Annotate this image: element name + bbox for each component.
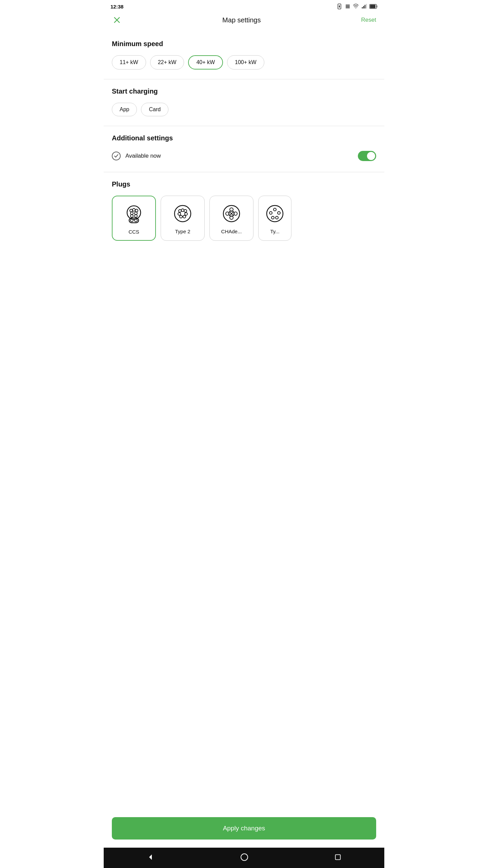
ccs-icon — [123, 203, 145, 225]
svg-point-25 — [179, 210, 181, 212]
type-partial-icon — [264, 203, 286, 224]
start-charging-title: Start charging — [112, 87, 376, 95]
plug-type-partial[interactable]: Ty... — [258, 196, 291, 241]
storage-icon — [345, 3, 350, 9]
svg-point-31 — [183, 215, 186, 218]
available-now-check — [112, 152, 121, 160]
apply-section: Apply changes — [104, 812, 384, 848]
charging-app[interactable]: App — [112, 103, 137, 116]
reset-button[interactable]: Reset — [361, 17, 376, 23]
svg-point-26 — [181, 209, 184, 212]
type2-label: Type 2 — [175, 229, 190, 234]
plug-chademo[interactable]: CHAde... — [209, 196, 253, 241]
svg-point-20 — [135, 215, 137, 217]
nav-bar — [104, 848, 384, 868]
battery-icon — [369, 4, 378, 9]
toggle-slider — [358, 151, 376, 161]
svg-point-14 — [130, 209, 133, 212]
svg-rect-6 — [363, 6, 364, 8]
svg-point-17 — [130, 212, 133, 215]
home-button[interactable] — [240, 853, 248, 861]
minimum-speed-section: Minimum speed 11+ kW 22+ kW 40+ kW 100+ … — [104, 32, 384, 79]
header: Map settings Reset — [104, 12, 384, 32]
available-now-left: Available now — [112, 152, 161, 160]
speed-100kw[interactable]: 100+ kW — [227, 55, 264, 70]
svg-rect-5 — [362, 7, 363, 8]
type-partial-label: Ty... — [270, 229, 279, 234]
ccs-label: CCS — [128, 229, 139, 235]
svg-point-30 — [180, 215, 182, 218]
signal-icon — [361, 4, 367, 9]
apply-button[interactable]: Apply changes — [112, 817, 376, 840]
minimum-speed-title: Minimum speed — [112, 40, 376, 48]
svg-point-16 — [135, 209, 138, 212]
svg-marker-46 — [149, 854, 152, 860]
plug-type2[interactable]: Type 2 — [161, 196, 205, 241]
svg-rect-7 — [365, 5, 366, 8]
svg-point-19 — [130, 215, 133, 217]
sim-icon — [337, 3, 343, 9]
charging-card[interactable]: Card — [141, 103, 168, 116]
additional-settings-section: Additional settings Available now — [104, 126, 384, 172]
svg-rect-2 — [346, 6, 350, 7]
chademo-icon — [221, 203, 242, 224]
close-button[interactable] — [112, 15, 122, 25]
page-title: Map settings — [222, 16, 261, 24]
plug-ccs[interactable]: CCS — [112, 196, 156, 241]
svg-point-41 — [273, 208, 276, 211]
svg-point-18 — [135, 212, 137, 215]
svg-point-43 — [276, 216, 278, 219]
svg-point-47 — [241, 854, 248, 861]
svg-point-29 — [185, 213, 187, 215]
charging-options: App Card — [112, 103, 376, 116]
additional-settings-title: Additional settings — [112, 134, 376, 142]
svg-rect-8 — [366, 4, 367, 8]
svg-point-15 — [133, 209, 135, 211]
plugs-title: Plugs — [112, 180, 376, 188]
svg-rect-1 — [346, 5, 350, 6]
speed-11kw[interactable]: 11+ kW — [112, 55, 146, 70]
plugs-section: Plugs CCS — [104, 172, 384, 252]
start-charging-section: Start charging App Card — [104, 79, 384, 126]
status-icons — [337, 3, 378, 9]
plugs-row: CCS Type 2 — [112, 196, 376, 242]
svg-rect-3 — [346, 7, 350, 8]
available-now-label: Available now — [125, 153, 161, 159]
svg-point-45 — [269, 212, 272, 214]
status-time: 12:38 — [110, 4, 123, 9]
status-bar: 12:38 — [104, 0, 384, 12]
recents-button[interactable] — [334, 853, 342, 861]
svg-point-28 — [178, 213, 181, 215]
svg-rect-48 — [335, 855, 340, 860]
svg-point-27 — [184, 210, 187, 212]
speed-40kw[interactable]: 40+ kW — [188, 55, 223, 70]
speed-options: 11+ kW 22+ kW 40+ kW 100+ kW — [112, 55, 376, 70]
svg-point-4 — [355, 8, 356, 8]
chademo-label: CHAde... — [221, 229, 242, 234]
svg-point-13 — [127, 206, 141, 219]
back-button[interactable] — [146, 853, 155, 861]
svg-point-24 — [175, 205, 191, 222]
speed-22kw[interactable]: 22+ kW — [150, 55, 184, 70]
svg-point-42 — [278, 212, 280, 214]
wifi-icon — [352, 4, 359, 9]
type2-icon — [172, 203, 194, 224]
svg-point-44 — [271, 216, 274, 219]
available-now-toggle[interactable] — [358, 151, 376, 161]
available-now-row: Available now — [112, 150, 376, 162]
svg-rect-10 — [370, 5, 375, 8]
